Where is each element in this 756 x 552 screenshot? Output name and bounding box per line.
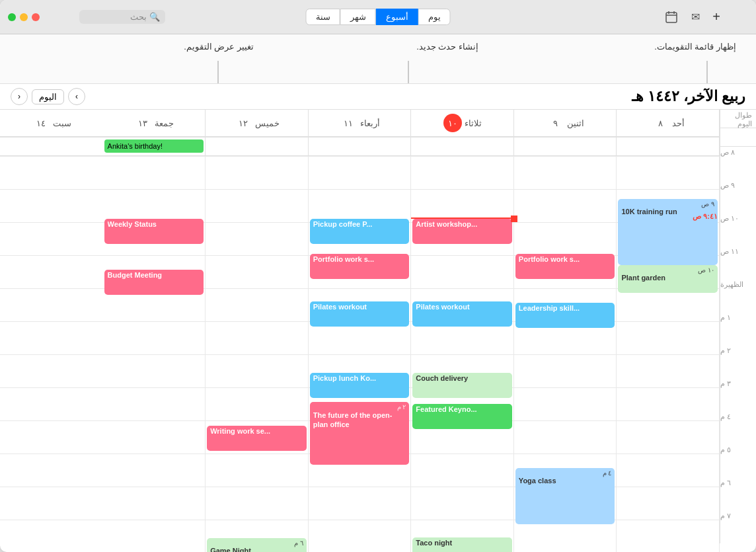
month-title: ربيع الآخر، ١٤٤٢ هـ	[632, 88, 745, 105]
today-button[interactable]: اليوم	[32, 89, 64, 104]
title-bar: يوم أسبوع شهر سنة 🔍 بحث + ✉	[0, 0, 756, 34]
event-taco-night[interactable]: Taco night	[412, 537, 512, 552]
annotation-calendars: إظهار قائمة التقويمات.	[654, 41, 736, 53]
close-button[interactable]	[32, 13, 40, 21]
event-weekly-status[interactable]: Weekly Status	[104, 219, 204, 244]
inbox-icon[interactable]: ✉	[686, 8, 704, 26]
event-pilates-tue[interactable]: Pilates workout	[412, 301, 512, 327]
time-label-noon: الظهيرة	[720, 279, 756, 312]
day-num-thu[interactable]: ١٢	[234, 114, 252, 132]
event-leadership[interactable]: Leadership skill...	[515, 303, 615, 328]
event-title: Couch delivery	[416, 374, 509, 382]
annotations-bar: إظهار قائمة التقويمات. إنشاء حدث جديد. ت…	[0, 34, 756, 84]
event-title: Portfolio work s...	[313, 255, 406, 263]
time-label-9am: ٩ ص	[720, 180, 756, 213]
day-col-fri: Weekly Status Budget Meeting	[103, 156, 206, 552]
all-day-wed	[309, 138, 412, 155]
event-artist-workshop[interactable]: Artist workshop...	[412, 219, 512, 244]
event-portfolio-wed[interactable]: Portfolio work s...	[310, 254, 410, 279]
all-day-time-label: طوال اليوم	[720, 110, 756, 128]
next-week-button[interactable]: ›	[68, 88, 85, 105]
event-budget-meeting[interactable]: Budget Meeting	[104, 270, 204, 295]
day-name-wed: أربعاء	[360, 118, 380, 128]
prev-week-button[interactable]: ‹	[11, 88, 28, 105]
all-day-mon	[514, 138, 617, 155]
day-num-sat[interactable]: ١٤	[32, 114, 50, 132]
event-future-office[interactable]: ٢ م The future of the open-plan office	[310, 402, 410, 465]
event-title: Yoga class	[519, 477, 612, 485]
day-header-mon: اثنين ٩	[514, 110, 617, 136]
all-day-row: Ankita's birthday!	[0, 138, 720, 156]
day-col-sun: ٩ ص 10K training run ١٠ ص Plant garden	[617, 156, 720, 552]
event-game-night[interactable]: ٦ م Game Night	[207, 538, 307, 552]
day-header-fri: جمعة ١٣	[103, 110, 206, 136]
search-box[interactable]: 🔍 بحث	[79, 10, 165, 24]
day-num-wed[interactable]: ١١	[339, 114, 358, 132]
add-event-button[interactable]: +	[710, 9, 723, 24]
day-num-tue[interactable]: ١٠	[443, 114, 462, 132]
event-title: Budget Meeting	[108, 271, 201, 279]
nav-controls: › اليوم ‹	[11, 88, 85, 105]
time-label-6pm: ٦ م	[720, 477, 756, 510]
day-num-sun[interactable]: ٨	[651, 114, 669, 132]
event-title: Featured Keyno...	[416, 405, 509, 413]
event-title: Taco night	[416, 539, 509, 547]
event-yoga[interactable]: ٤ م Yoga class	[515, 468, 615, 524]
view-month-button[interactable]: شهر	[340, 9, 376, 25]
event-writing-work[interactable]: Writing work se...	[207, 426, 307, 451]
event-portfolio-mon[interactable]: Portfolio work s...	[515, 254, 615, 279]
event-featured-keynote[interactable]: Featured Keyno...	[412, 404, 512, 429]
annotation-new-event: إنشاء حدث جديد.	[416, 41, 478, 53]
svg-rect-0	[666, 13, 677, 22]
day-name-mon: اثنين	[567, 118, 584, 128]
day-num-fri[interactable]: ١٣	[133, 114, 152, 132]
day-col-wed: Pickup coffee P... Portfolio work s... P…	[309, 156, 412, 552]
event-title: Artist workshop...	[416, 220, 509, 228]
event-title: Game Night	[210, 547, 303, 552]
event-pickup-lunch[interactable]: Pickup lunch Ko...	[310, 373, 410, 398]
event-title: Pickup coffee P...	[313, 220, 406, 228]
grid-scroll[interactable]: ٩:٤١ ص ٩ ص 10K training run ١٠ ص P	[0, 156, 720, 552]
day-name-fri: جمعة	[155, 118, 174, 128]
toolbar-right: + ✉	[662, 8, 723, 26]
time-label-4pm: ٤ م	[720, 411, 756, 444]
view-switcher: يوم أسبوع شهر سنة	[306, 9, 451, 25]
day-header-tue: ثلاثاء ١٠	[411, 110, 514, 136]
search-icon: 🔍	[149, 12, 160, 22]
calendars-list-icon[interactable]	[662, 8, 681, 26]
event-couch-delivery[interactable]: Couch delivery	[412, 373, 512, 398]
calendar-body: طوال اليوم ٨ ص ٩ ص ١٠ ص ١١ ص الظهيرة ١ م…	[0, 110, 756, 552]
day-headers: أحد ٨ اثنين ٩ ثلاثاء ١٠ أربعاء ١١	[0, 110, 720, 138]
day-num-mon[interactable]: ٩	[546, 114, 564, 132]
birthday-event[interactable]: Ankita's birthday!	[104, 139, 204, 153]
all-day-fri: Ankita's birthday!	[103, 138, 206, 155]
day-name-sun: أحد	[672, 118, 685, 128]
event-title: Plant garden	[621, 274, 714, 282]
view-year-button[interactable]: سنة	[306, 9, 340, 25]
event-time: ١٠ ص	[621, 266, 714, 274]
event-title: The future of the open-plan office	[313, 411, 406, 430]
day-name-sat: سبت	[53, 118, 71, 128]
event-10k-training[interactable]: ٩ ص 10K training run	[618, 199, 718, 265]
event-pilates-wed[interactable]: Pilates workout	[310, 301, 410, 327]
nav-bar: ربيع الآخر، ١٤٤٢ هـ › اليوم ‹	[0, 84, 756, 110]
minimize-button[interactable]	[20, 13, 28, 21]
time-label-7pm: ٧ م	[720, 510, 756, 543]
day-col-mon: Portfolio work s... Leadership skill... …	[514, 156, 617, 552]
event-pickup-coffee[interactable]: Pickup coffee P...	[310, 219, 410, 244]
view-day-button[interactable]: يوم	[418, 9, 451, 25]
time-label-3pm: ٣ م	[720, 378, 756, 411]
fullscreen-button[interactable]	[8, 13, 16, 21]
day-name-thu: خميس	[255, 118, 280, 128]
event-time: ٢ م	[313, 403, 406, 411]
view-week-button[interactable]: أسبوع	[376, 9, 418, 25]
event-plant-garden[interactable]: ١٠ ص Plant garden	[618, 265, 718, 293]
day-col-thu: Writing work se... ٦ م Game Night	[206, 156, 309, 552]
time-label-10am: ١٠ ص	[720, 213, 756, 246]
day-header-sat: سبت ١٤	[0, 110, 103, 136]
event-time: ٦ م	[210, 539, 303, 547]
event-time: ٩ ص	[621, 200, 714, 208]
day-header-sun: أحد ٨	[617, 110, 720, 136]
day-col-sat	[0, 156, 103, 552]
time-label-placeholder	[720, 128, 756, 147]
